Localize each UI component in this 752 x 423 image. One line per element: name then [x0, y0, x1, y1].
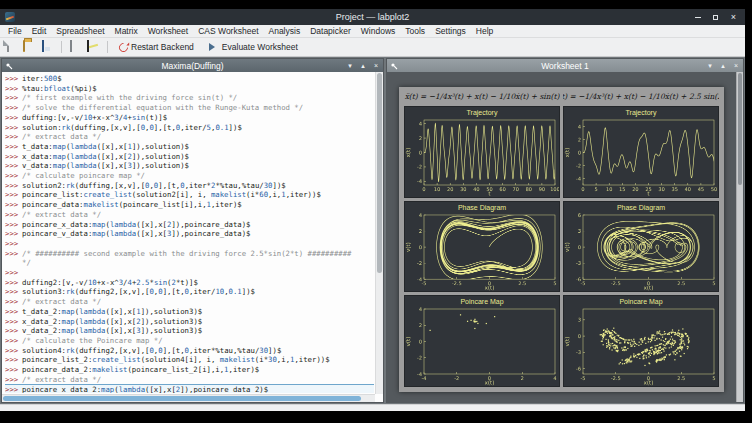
restore-icon[interactable]: ▴: [359, 62, 367, 70]
code-line[interactable]: >>>poincare_data:makelist(poincare_list[…: [5, 200, 374, 210]
restart-backend-button[interactable]: Restart Backend: [115, 41, 198, 53]
code-line[interactable]: >>>v_data_2:map(lambda([x],x[3]),solutio…: [5, 326, 374, 336]
minimize-icon[interactable]: [693, 13, 702, 22]
maxima-horizontal-scrollbar[interactable]: [2, 394, 375, 402]
plot-trajectory-2[interactable]: Trajectory: [563, 106, 719, 198]
scrollbar-thumb[interactable]: [377, 73, 382, 273]
code-line[interactable]: >>>/* calculate poincare map */: [5, 171, 374, 181]
code-line[interactable]: >>>t_data:map(lambda([x],x[1]),solution)…: [5, 142, 374, 152]
restore-icon[interactable]: ▴: [719, 62, 727, 70]
code-line[interactable]: >>>poincare_x_data_2:map(lambda([x],x[2]…: [5, 385, 374, 394]
code-line[interactable]: >>>/* extract data */: [5, 297, 374, 307]
maxima-prompt: >>>: [5, 375, 22, 385]
code-line[interactable]: >>>/* extract data */: [5, 375, 374, 385]
labplot-app-icon: [5, 12, 15, 22]
code-line[interactable]: >>>/* extract data */: [5, 132, 374, 142]
worksheet-view[interactable]: ẍ(t) = −1/4x³(t) + x(t) − 1/10ẋ(t) + s…: [387, 72, 743, 402]
menu-item-tools[interactable]: Tools: [400, 26, 430, 36]
code-text: poincare_v_data:map(lambda([x],x[3]),poi…: [22, 229, 251, 239]
maximize-icon[interactable]: [711, 13, 720, 22]
menu-item-datapicker[interactable]: Datapicker: [305, 26, 356, 36]
plot-phase-diagram-2[interactable]: Phase Diagram: [563, 201, 719, 293]
code-line[interactable]: >>>/* solve the differential equation wi…: [5, 103, 374, 113]
close-subwindow-icon[interactable]: ×: [372, 62, 380, 69]
new-worksheet-icon[interactable]: [87, 41, 100, 54]
menu-item-help[interactable]: Help: [471, 26, 498, 36]
plot-phase-diagram-1[interactable]: Phase Diagram: [404, 201, 560, 293]
menu-item-edit[interactable]: Edit: [27, 26, 52, 36]
code-text: /* extract data */: [22, 210, 101, 220]
new-document-icon[interactable]: [5, 41, 18, 54]
code-line[interactable]: >>>/* calculate the Poincare map */: [5, 336, 374, 346]
code-line[interactable]: >>>poincare_list:create_list(solution2[i…: [5, 190, 374, 200]
maxima-prompt: >>>: [5, 278, 22, 288]
worksheet-titlebar[interactable]: Worksheet 1 ▾ ▴ ×: [387, 59, 743, 72]
new-spreadsheet-icon[interactable]: [69, 41, 82, 54]
save-icon[interactable]: [41, 41, 54, 54]
code-line[interactable]: >>>x_data:map(lambda([x],x[2]),solution)…: [5, 152, 374, 162]
menu-item-file[interactable]: File: [3, 26, 27, 36]
code-line[interactable]: >>>/* extract data */: [5, 210, 374, 220]
code-text: solution3:rk(duffing2,[x,v],[0,0],[t,0,i…: [22, 287, 255, 297]
menu-item-worksheet[interactable]: Worksheet: [143, 26, 193, 36]
shade-icon[interactable]: ▾: [706, 62, 714, 70]
code-line[interactable]: >>>solution:rk(duffing,[x,v],[0,0],[t,0,…: [5, 123, 374, 133]
maxima-subwindow: Maxima(Duffing) ▾ ▴ × >>>iter:500$>>>%ta…: [1, 58, 384, 403]
menu-item-windows[interactable]: Windows: [356, 26, 400, 36]
maxima-titlebar[interactable]: Maxima(Duffing) ▾ ▴ ×: [2, 59, 383, 72]
code-line[interactable]: >>>t_data_2:map(lambda([x],x[1]),solutio…: [5, 307, 374, 317]
code-line[interactable]: >>>: [5, 239, 374, 249]
code-line[interactable]: >>>%tau:bfloat(%pi)$: [5, 84, 374, 94]
code-area[interactable]: >>>iter:500$>>>%tau:bfloat(%pi)$>>>/* fi…: [5, 74, 374, 393]
scrollbar-thumb[interactable]: [738, 73, 742, 185]
window-titlebar[interactable]: Project — labplot2 ×: [0, 9, 745, 25]
code-line[interactable]: >>>poincare_data_2:makelist(poincare_lis…: [5, 365, 374, 375]
code-line[interactable]: >>>v_data:map(lambda([x],x[3]),solution)…: [5, 161, 374, 171]
menu-item-cas-worksheet[interactable]: CAS Worksheet: [193, 26, 263, 36]
plot-trajectory-1[interactable]: Trajectory: [404, 106, 560, 198]
plot-poincare-map-1[interactable]: Poincare Map: [404, 295, 560, 387]
code-text: poincare_data_2:makelist(poincare_list_2…: [22, 365, 259, 375]
maxima-prompt: >>>: [5, 161, 22, 171]
code-line[interactable]: >>>duffing:[v,-v/10+x-x^3/4+sin(t)]$: [5, 113, 374, 123]
code-line[interactable]: >>>/* ########## second example with the…: [5, 249, 374, 259]
menu-item-settings[interactable]: Settings: [430, 26, 471, 36]
plot-poincare-map-2[interactable]: Poincare Map: [563, 295, 719, 387]
pin-icon[interactable]: [5, 62, 13, 70]
code-line[interactable]: >>>solution4:rk(duffing2,[x,v],[0,0],[t,…: [5, 346, 374, 356]
code-text: x_data_2:map(lambda([x],x[2]),solution3)…: [22, 317, 202, 327]
code-line[interactable]: >>>poincare_list_2:create_list(solution4…: [5, 355, 374, 365]
equation-label-1: ẍ(t) = −1/4x³(t) + x(t) − 1/10ẋ(t) + s…: [404, 90, 560, 103]
code-line[interactable]: >>>x_data_2:map(lambda([x],x[2]),solutio…: [5, 317, 374, 327]
maxima-session-view[interactable]: >>>iter:500$>>>%tau:bfloat(%pi)$>>>/* fi…: [2, 72, 383, 402]
menu-item-analysis[interactable]: Analysis: [264, 26, 306, 36]
maxima-prompt: >>>: [5, 84, 22, 94]
shade-icon[interactable]: ▾: [346, 62, 354, 70]
worksheet-vertical-scrollbar[interactable]: [736, 72, 743, 402]
code-line[interactable]: >>>solution3:rk(duffing2,[x,v],[0,0],[t,…: [5, 287, 374, 297]
code-text: v_data:map(lambda([x],x[3]),solution)$: [22, 161, 189, 171]
worksheet-page: ẍ(t) = −1/4x³(t) + x(t) − 1/10ẋ(t) + s…: [399, 87, 724, 392]
restart-backend-label: Restart Backend: [131, 42, 194, 52]
code-line[interactable]: >>>poincare_v_data:map(lambda([x],x[3]),…: [5, 229, 374, 239]
menu-item-spreadsheet[interactable]: Spreadsheet: [51, 26, 109, 36]
plot-title: Phase Diagram: [564, 202, 718, 213]
menu-item-matrix[interactable]: Matrix: [110, 26, 143, 36]
code-line[interactable]: >>>: [5, 268, 374, 278]
code-line[interactable]: >>>poincare_x_data:map(lambda([x],x[2]),…: [5, 220, 374, 230]
code-line[interactable]: >>>solution2:rk(duffing,[x,v],[0,0],[t,0…: [5, 181, 374, 191]
code-line[interactable]: */: [5, 258, 374, 268]
worksheet-subwindow: Worksheet 1 ▾ ▴ × ẍ(t) = −1/4x³(t) + x(…: [386, 58, 744, 403]
close-icon[interactable]: ×: [729, 13, 738, 22]
code-line[interactable]: >>>duffing2:[v,-v/10+x-x^3/4+2.5*sin(2*t…: [5, 278, 374, 288]
equation-label-2: ẍ(t) = −1/4x³(t) + x(t) − 1/10ẋ(t) + 2…: [563, 90, 719, 103]
open-folder-icon[interactable]: [23, 41, 36, 54]
evaluate-worksheet-button[interactable]: Evaluate Worksheet: [203, 41, 302, 53]
pin-icon[interactable]: [390, 62, 398, 70]
scrollbar-thumb[interactable]: [3, 396, 361, 401]
plot-title: Phase Diagram: [405, 202, 559, 213]
close-subwindow-icon[interactable]: ×: [732, 62, 740, 69]
code-line[interactable]: >>>/* first example with the driving for…: [5, 93, 374, 103]
code-line[interactable]: >>>iter:500$: [5, 74, 374, 84]
maxima-vertical-scrollbar[interactable]: [375, 72, 383, 394]
